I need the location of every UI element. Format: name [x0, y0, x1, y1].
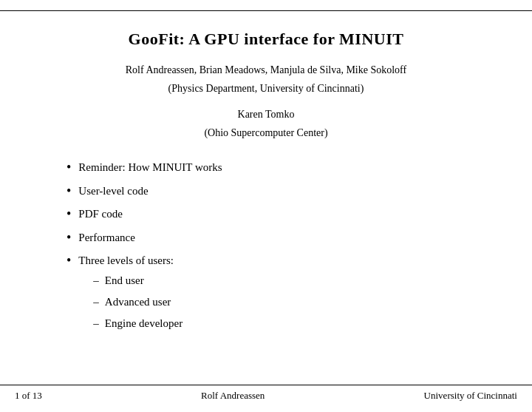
authors-line2: (Physics Department, University of Cinci…: [168, 81, 364, 96]
footer: 1 of 13 Rolf Andreassen University of Ci…: [0, 390, 532, 402]
bullet-text: User-level code: [78, 183, 148, 199]
bullet-dot: •: [66, 160, 71, 176]
author2-line2: (Ohio Supercomputer Center): [204, 125, 327, 141]
sub-label: End user: [105, 273, 144, 288]
bullet-text: Three levels of users:–End user–Advanced…: [78, 253, 183, 337]
bullet-dot: •: [66, 206, 71, 223]
bullet-label: Performance: [78, 232, 135, 243]
bullet-label: User-level code: [78, 185, 148, 197]
bullet-item: •Three levels of users:–End user–Advance…: [66, 253, 488, 337]
slide-title: GooFit: A GPU interface for MINUIT: [129, 30, 404, 49]
sub-label: Engine developer: [105, 316, 183, 331]
bullet-dot: •: [66, 230, 71, 246]
sub-dash: –: [93, 316, 99, 331]
footer-page: 1 of 13: [15, 390, 42, 402]
bullet-dot: •: [66, 253, 71, 269]
bullet-label: Reminder: How MINUIT works: [78, 161, 222, 173]
footer-institution: University of Cincinnati: [424, 390, 517, 402]
bullet-item: •PDF code: [66, 206, 488, 223]
bullet-item: •Reminder: How MINUIT works: [66, 160, 488, 176]
bullet-text: PDF code: [78, 206, 123, 222]
bullet-dot: •: [66, 183, 71, 200]
authors-line1: Rolf Andreassen, Brian Meadows, Manjula …: [126, 62, 406, 78]
sub-list: –End user–Advanced user–Engine developer: [78, 273, 183, 331]
top-rule: [0, 10, 532, 11]
bullet-item: •Performance: [66, 230, 488, 246]
sub-item: –Engine developer: [93, 316, 183, 331]
bullet-label: PDF code: [78, 208, 123, 220]
sub-label: Advanced user: [105, 294, 171, 310]
footer-author: Rolf Andreassen: [201, 390, 265, 402]
sub-dash: –: [93, 294, 99, 310]
bullet-label: Three levels of users:: [78, 254, 174, 266]
sub-dash: –: [93, 273, 99, 288]
bullet-list: •Reminder: How MINUIT works•User-level c…: [44, 160, 488, 345]
slide-content: GooFit: A GPU interface for MINUIT Rolf …: [0, 0, 532, 374]
slide: GooFit: A GPU interface for MINUIT Rolf …: [0, 0, 532, 412]
author2-line1: Karen Tomko: [238, 107, 295, 122]
sub-item: –Advanced user: [93, 294, 183, 310]
bullet-text: Reminder: How MINUIT works: [78, 160, 222, 175]
sub-item: –End user: [93, 273, 183, 288]
bullet-item: •User-level code: [66, 183, 488, 200]
bullet-text: Performance: [78, 230, 135, 246]
footer-rule: [0, 385, 532, 385]
